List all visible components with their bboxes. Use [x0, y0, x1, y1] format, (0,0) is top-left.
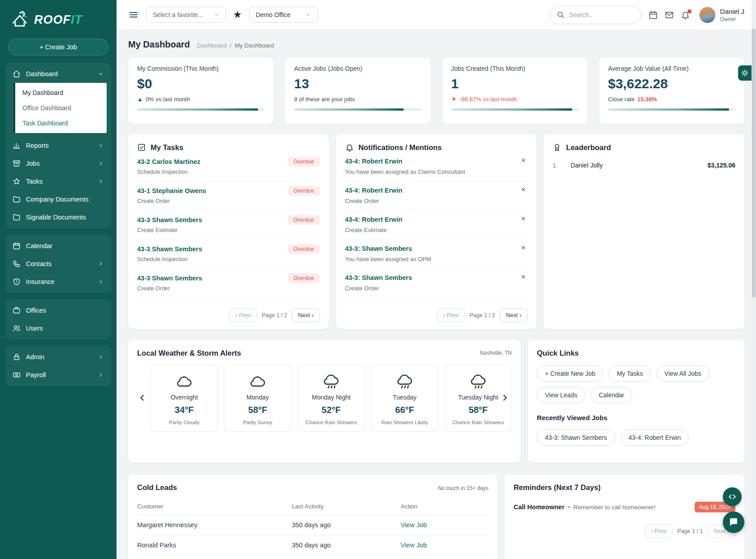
- carousel-prev-button[interactable]: [137, 393, 147, 404]
- calendar-button[interactable]: [648, 10, 658, 20]
- dismiss-notification-button[interactable]: [520, 186, 527, 194]
- prev-page-button[interactable]: ‹ Prev: [437, 308, 465, 322]
- quick-link-calendar[interactable]: Calendar: [591, 387, 632, 403]
- sidebar-item-offices[interactable]: Offices: [8, 301, 108, 319]
- chevron-right-icon: [500, 393, 510, 403]
- sidebar-item-signable-documents[interactable]: Signable Documents: [8, 208, 108, 226]
- notification-job-link[interactable]: 43-4: Robert Erwin: [345, 158, 402, 165]
- office-select[interactable]: Demo Office: [249, 7, 318, 23]
- page-indicator: Page 1 / 1: [677, 528, 703, 534]
- recent-job-link[interactable]: 43-3: Shawn Sembers: [537, 430, 615, 446]
- dismiss-notification-button[interactable]: [520, 274, 527, 281]
- lead-last-activity: 350 days ago: [292, 515, 401, 535]
- weather-location: Nashville, TN: [480, 350, 512, 356]
- notification-job-link[interactable]: 43-3: Shawn Sembers: [345, 274, 412, 281]
- messages-button[interactable]: [665, 10, 674, 20]
- code-toggle-button[interactable]: [723, 487, 742, 506]
- notifications-button[interactable]: [681, 10, 690, 20]
- forecast-period: Overnight: [155, 394, 214, 401]
- task-job-link[interactable]: 43-3 Shawn Sembers: [137, 275, 202, 282]
- task-job-link[interactable]: 43-1 Stephanie Owens: [137, 187, 206, 194]
- recent-job-link[interactable]: 43-4: Robert Erwin: [621, 430, 689, 446]
- dashboard-settings-button[interactable]: [738, 65, 752, 81]
- task-description: Schedule Inspection: [137, 169, 320, 175]
- next-page-button[interactable]: Next ›: [292, 308, 320, 322]
- sidebar-item-jobs[interactable]: Jobs: [8, 155, 108, 172]
- sidebar-item-reports[interactable]: Reports: [8, 137, 108, 155]
- envelope-icon: [665, 10, 674, 20]
- sidebar-item-payroll[interactable]: Payroll: [8, 366, 108, 384]
- sidebar-item-admin[interactable]: Admin: [8, 348, 108, 366]
- view-job-link[interactable]: View Job: [401, 542, 427, 549]
- briefcase-icon: [13, 306, 21, 314]
- dismiss-notification-button[interactable]: [520, 215, 527, 223]
- folder-icon: [13, 195, 21, 203]
- breadcrumb: Dashboard / My Dashboard: [197, 42, 274, 49]
- forecast-temp: 58°F: [449, 405, 508, 415]
- task-description: Create Order: [137, 285, 320, 292]
- dismiss-notification-button[interactable]: [520, 245, 527, 252]
- breadcrumb-separator: /: [230, 42, 232, 49]
- task-job-link[interactable]: 43-2 Carlos Martinez: [137, 158, 200, 165]
- forecast-temp: 52°F: [302, 405, 361, 415]
- sidebar-item-label: Admin: [26, 353, 92, 361]
- quick-link-create-new-job[interactable]: + Create New Job: [537, 366, 603, 382]
- sidebar-item-tasks[interactable]: Tasks: [8, 172, 108, 190]
- notification-item: 43-4: Robert Erwin Create Order: [345, 181, 528, 210]
- dismiss-notification-button[interactable]: [520, 157, 527, 165]
- stat-value: 13: [294, 76, 421, 91]
- notification-item: 43-4: Robert Erwin Create Estimate: [345, 210, 528, 239]
- vertical-scrollbar[interactable]: [752, 0, 756, 559]
- sidebar-item-contacts[interactable]: Contacts: [8, 255, 108, 273]
- reminder-bullet: •: [568, 503, 570, 511]
- forecast-period: Tuesday Night: [449, 394, 508, 401]
- notification-job-link[interactable]: 43-3: Shawn Sembers: [345, 245, 412, 252]
- sidebar-item-users[interactable]: Users: [8, 319, 108, 337]
- sidebar-item-office-dashboard[interactable]: Office Dashboard: [15, 100, 107, 116]
- lead-last-activity: 350 days ago: [292, 535, 401, 555]
- column-action: Action: [401, 498, 488, 515]
- reminder-text: Remember to call homeowner!: [573, 504, 691, 511]
- notification-job-link[interactable]: 43-4: Robert Erwin: [345, 187, 402, 194]
- stat-value: $0: [137, 76, 264, 91]
- scrollbar-thumb[interactable]: [752, 29, 756, 297]
- progress-fill: [137, 108, 258, 111]
- sidebar-item-label: Reports: [26, 142, 92, 149]
- search-icon: [557, 11, 565, 19]
- sidebar-item-dashboard[interactable]: Dashboard: [8, 65, 108, 83]
- prev-page-button[interactable]: ‹ Prev: [229, 308, 257, 322]
- rain-cloud-icon: [468, 372, 488, 390]
- quick-link-view-leads[interactable]: View Leads: [537, 387, 585, 403]
- task-job-link[interactable]: 43-3 Shawn Sembers: [137, 245, 202, 253]
- task-description: Create Estimate: [137, 227, 320, 233]
- create-job-button[interactable]: + Create Job: [8, 39, 108, 56]
- search-input[interactable]: [569, 11, 634, 18]
- trend-down-icon: ▼: [451, 96, 457, 103]
- notification-text: You have been assigned as OPM: [345, 256, 516, 262]
- carousel-next-button[interactable]: [500, 393, 510, 404]
- view-job-link[interactable]: View Job: [401, 521, 427, 529]
- sidebar-item-insurance[interactable]: Insurance: [8, 273, 108, 291]
- user-menu[interactable]: Daniel J Owner: [699, 7, 744, 23]
- favorite-star-icon[interactable]: ★: [233, 10, 242, 20]
- sidebar-item-calendar[interactable]: Calendar: [8, 237, 108, 255]
- menu-toggle-button[interactable]: [128, 9, 139, 20]
- brand-logo[interactable]: ROOFIT: [5, 6, 111, 39]
- task-job-link[interactable]: 43-3 Shawn Sembers: [137, 216, 202, 224]
- sidebar-item-task-dashboard[interactable]: Task Dashboard: [15, 116, 107, 131]
- quick-link-view-all-jobs[interactable]: View All Jobs: [657, 366, 709, 382]
- sidebar-item-my-dashboard[interactable]: My Dashboard: [15, 85, 107, 100]
- sidebar-item-company-documents[interactable]: Company Documents: [8, 190, 108, 208]
- chat-launcher-button[interactable]: [723, 512, 744, 533]
- forecast-condition: Rain Showers Likely: [375, 419, 434, 426]
- prev-page-button[interactable]: ‹ Prev: [645, 524, 673, 538]
- breadcrumb-root[interactable]: Dashboard: [197, 42, 227, 49]
- notification-job-link[interactable]: 43-4: Robert Erwin: [345, 216, 402, 223]
- cold-leads-card: Cold Leads No touch in 15+ days Customer…: [128, 474, 497, 559]
- quick-link-my-tasks[interactable]: My Tasks: [609, 366, 651, 382]
- favorite-select[interactable]: Select a favorite...: [146, 7, 226, 23]
- card-title: My Tasks: [151, 143, 183, 152]
- next-page-button[interactable]: Next ›: [500, 308, 528, 322]
- task-list: 43-2 Carlos Martinez Schedule Inspection…: [137, 152, 320, 297]
- archive-box-icon: [13, 159, 21, 168]
